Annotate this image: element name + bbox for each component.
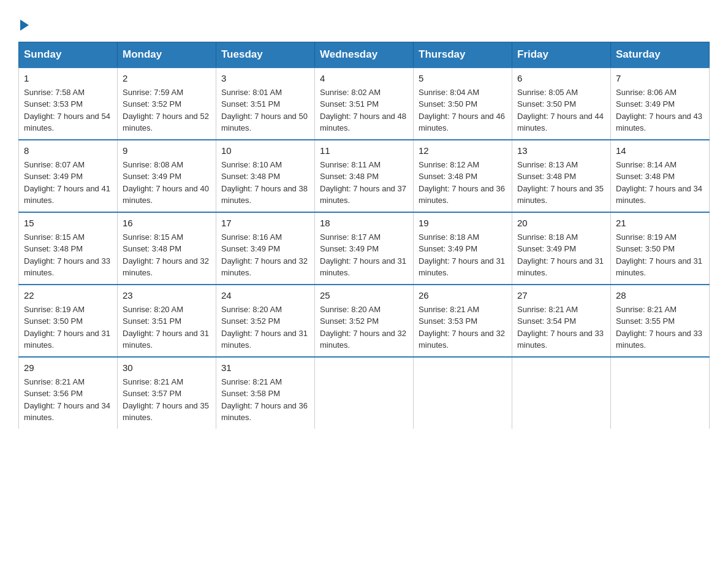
calendar-cell: 3 Sunrise: 8:01 AMSunset: 3:51 PMDayligh… — [216, 67, 315, 140]
calendar-cell: 16 Sunrise: 8:15 AMSunset: 3:48 PMDaylig… — [118, 212, 216, 285]
day-info: Sunrise: 8:19 AMSunset: 3:50 PMDaylight:… — [616, 232, 702, 278]
calendar-cell: 19 Sunrise: 8:18 AMSunset: 3:49 PMDaylig… — [414, 212, 512, 285]
day-number: 20 — [517, 216, 605, 230]
calendar-cell: 31 Sunrise: 8:21 AMSunset: 3:58 PMDaylig… — [216, 357, 315, 429]
day-info: Sunrise: 8:21 AMSunset: 3:54 PMDaylight:… — [517, 305, 604, 350]
column-header-wednesday: Wednesday — [315, 42, 414, 68]
week-row-1: 1 Sunrise: 7:58 AMSunset: 3:53 PMDayligh… — [19, 67, 710, 140]
calendar-cell: 2 Sunrise: 7:59 AMSunset: 3:52 PMDayligh… — [118, 67, 216, 140]
calendar-cell: 14 Sunrise: 8:14 AMSunset: 3:48 PMDaylig… — [611, 140, 710, 212]
calendar-cell: 26 Sunrise: 8:21 AMSunset: 3:53 PMDaylig… — [414, 285, 512, 357]
day-number: 11 — [320, 144, 408, 158]
calendar-table: SundayMondayTuesdayWednesdayThursdayFrid… — [18, 42, 710, 429]
day-info: Sunrise: 8:02 AMSunset: 3:51 PMDaylight:… — [320, 88, 406, 133]
week-row-3: 15 Sunrise: 8:15 AMSunset: 3:48 PMDaylig… — [19, 212, 710, 285]
day-info: Sunrise: 8:20 AMSunset: 3:52 PMDaylight:… — [320, 305, 406, 350]
day-number: 8 — [24, 144, 112, 158]
day-info: Sunrise: 8:11 AMSunset: 3:48 PMDaylight:… — [320, 160, 406, 205]
calendar-cell: 20 Sunrise: 8:18 AMSunset: 3:49 PMDaylig… — [512, 212, 611, 285]
calendar-cell: 11 Sunrise: 8:11 AMSunset: 3:48 PMDaylig… — [315, 140, 414, 212]
calendar-cell — [315, 357, 414, 429]
day-info: Sunrise: 8:21 AMSunset: 3:57 PMDaylight:… — [123, 377, 209, 423]
day-info: Sunrise: 8:21 AMSunset: 3:53 PMDaylight:… — [419, 305, 505, 350]
calendar-cell: 28 Sunrise: 8:21 AMSunset: 3:55 PMDaylig… — [611, 285, 710, 357]
day-number: 24 — [221, 289, 309, 302]
day-number: 30 — [123, 361, 211, 375]
day-number: 12 — [419, 144, 507, 158]
day-info: Sunrise: 8:18 AMSunset: 3:49 PMDaylight:… — [517, 232, 604, 278]
calendar-cell: 17 Sunrise: 8:16 AMSunset: 3:49 PMDaylig… — [216, 212, 315, 285]
day-number: 27 — [517, 289, 605, 302]
day-number: 7 — [616, 72, 704, 85]
calendar-cell: 1 Sunrise: 7:58 AMSunset: 3:53 PMDayligh… — [19, 67, 118, 140]
day-number: 31 — [221, 361, 309, 375]
calendar-cell: 30 Sunrise: 8:21 AMSunset: 3:57 PMDaylig… — [118, 357, 216, 429]
logo — [18, 17, 30, 31]
day-info: Sunrise: 8:20 AMSunset: 3:52 PMDaylight:… — [221, 305, 308, 350]
day-info: Sunrise: 8:18 AMSunset: 3:49 PMDaylight:… — [419, 232, 505, 278]
day-number: 22 — [24, 289, 112, 302]
day-info: Sunrise: 8:05 AMSunset: 3:50 PMDaylight:… — [517, 88, 604, 133]
day-number: 16 — [123, 216, 211, 230]
day-number: 1 — [24, 72, 112, 85]
calendar-cell: 9 Sunrise: 8:08 AMSunset: 3:49 PMDayligh… — [118, 140, 216, 212]
day-number: 4 — [320, 72, 408, 85]
day-number: 6 — [517, 72, 605, 85]
calendar-header-row: SundayMondayTuesdayWednesdayThursdayFrid… — [19, 42, 710, 68]
day-info: Sunrise: 8:12 AMSunset: 3:48 PMDaylight:… — [419, 160, 505, 205]
day-number: 14 — [616, 144, 704, 158]
day-info: Sunrise: 8:15 AMSunset: 3:48 PMDaylight:… — [123, 232, 209, 278]
week-row-4: 22 Sunrise: 8:19 AMSunset: 3:50 PMDaylig… — [19, 285, 710, 357]
day-info: Sunrise: 8:19 AMSunset: 3:50 PMDaylight:… — [24, 305, 110, 350]
day-number: 28 — [616, 289, 704, 302]
calendar-cell: 5 Sunrise: 8:04 AMSunset: 3:50 PMDayligh… — [414, 67, 512, 140]
calendar-cell: 13 Sunrise: 8:13 AMSunset: 3:48 PMDaylig… — [512, 140, 611, 212]
calendar-cell: 25 Sunrise: 8:20 AMSunset: 3:52 PMDaylig… — [315, 285, 414, 357]
day-number: 9 — [123, 144, 211, 158]
day-number: 26 — [419, 289, 507, 302]
day-number: 25 — [320, 289, 408, 302]
calendar-cell: 24 Sunrise: 8:20 AMSunset: 3:52 PMDaylig… — [216, 285, 315, 357]
day-info: Sunrise: 8:13 AMSunset: 3:48 PMDaylight:… — [517, 160, 604, 205]
calendar-cell: 29 Sunrise: 8:21 AMSunset: 3:56 PMDaylig… — [19, 357, 118, 429]
calendar-cell — [414, 357, 512, 429]
logo-arrow-icon — [20, 20, 29, 31]
calendar-cell: 6 Sunrise: 8:05 AMSunset: 3:50 PMDayligh… — [512, 67, 611, 140]
column-header-saturday: Saturday — [611, 42, 710, 68]
calendar-cell: 10 Sunrise: 8:10 AMSunset: 3:48 PMDaylig… — [216, 140, 315, 212]
calendar-cell: 7 Sunrise: 8:06 AMSunset: 3:49 PMDayligh… — [611, 67, 710, 140]
day-number: 10 — [221, 144, 309, 158]
day-info: Sunrise: 8:10 AMSunset: 3:48 PMDaylight:… — [221, 160, 308, 205]
calendar-cell: 8 Sunrise: 8:07 AMSunset: 3:49 PMDayligh… — [19, 140, 118, 212]
day-number: 23 — [123, 289, 211, 302]
day-info: Sunrise: 8:21 AMSunset: 3:58 PMDaylight:… — [221, 377, 308, 423]
day-number: 2 — [123, 72, 211, 85]
page-header — [18, 12, 710, 31]
day-info: Sunrise: 8:20 AMSunset: 3:51 PMDaylight:… — [123, 305, 209, 350]
column-header-monday: Monday — [118, 42, 216, 68]
calendar-cell: 15 Sunrise: 8:15 AMSunset: 3:48 PMDaylig… — [19, 212, 118, 285]
calendar-cell: 22 Sunrise: 8:19 AMSunset: 3:50 PMDaylig… — [19, 285, 118, 357]
column-header-tuesday: Tuesday — [216, 42, 315, 68]
calendar-cell — [611, 357, 710, 429]
day-number: 3 — [221, 72, 309, 85]
day-info: Sunrise: 7:59 AMSunset: 3:52 PMDaylight:… — [123, 88, 209, 133]
column-header-sunday: Sunday — [19, 42, 118, 68]
day-info: Sunrise: 8:14 AMSunset: 3:48 PMDaylight:… — [616, 160, 702, 205]
day-info: Sunrise: 8:01 AMSunset: 3:51 PMDaylight:… — [221, 88, 308, 133]
calendar-cell — [512, 357, 611, 429]
day-info: Sunrise: 8:08 AMSunset: 3:49 PMDaylight:… — [123, 160, 209, 205]
day-number: 17 — [221, 216, 309, 230]
day-number: 5 — [419, 72, 507, 85]
day-info: Sunrise: 8:07 AMSunset: 3:49 PMDaylight:… — [24, 160, 110, 205]
calendar-cell: 12 Sunrise: 8:12 AMSunset: 3:48 PMDaylig… — [414, 140, 512, 212]
day-info: Sunrise: 8:21 AMSunset: 3:56 PMDaylight:… — [24, 377, 110, 423]
day-number: 13 — [517, 144, 605, 158]
day-info: Sunrise: 7:58 AMSunset: 3:53 PMDaylight:… — [24, 88, 110, 133]
week-row-5: 29 Sunrise: 8:21 AMSunset: 3:56 PMDaylig… — [19, 357, 710, 429]
day-info: Sunrise: 8:17 AMSunset: 3:49 PMDaylight:… — [320, 232, 406, 278]
day-number: 19 — [419, 216, 507, 230]
day-info: Sunrise: 8:15 AMSunset: 3:48 PMDaylight:… — [24, 232, 110, 278]
week-row-2: 8 Sunrise: 8:07 AMSunset: 3:49 PMDayligh… — [19, 140, 710, 212]
calendar-cell: 27 Sunrise: 8:21 AMSunset: 3:54 PMDaylig… — [512, 285, 611, 357]
